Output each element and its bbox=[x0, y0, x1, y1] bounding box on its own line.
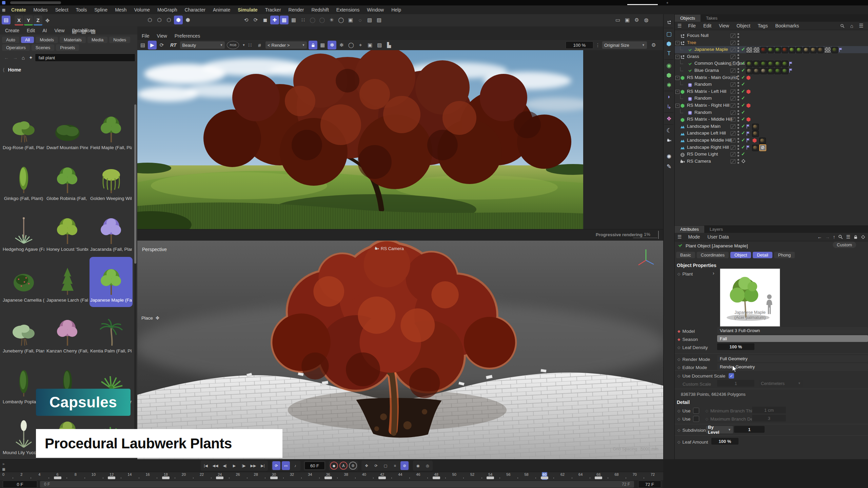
layer-edit-box[interactable] bbox=[730, 117, 736, 122]
axis-y-button[interactable]: Y bbox=[24, 16, 33, 25]
axis-z-button[interactable]: Z bbox=[34, 16, 42, 25]
filter-icon[interactable]: ☰ bbox=[846, 234, 850, 240]
expander-icon[interactable]: − bbox=[675, 76, 679, 80]
stop-tag-icon[interactable] bbox=[759, 144, 766, 151]
workplane-icon[interactable]: ▦ bbox=[280, 16, 289, 24]
asset-card-dog-rose[interactable]: Dog-Rose (Fall, Plant) bbox=[2, 104, 45, 155]
menu-simulate[interactable]: Simulate bbox=[234, 7, 261, 13]
cloner-icon[interactable]: ❖ bbox=[664, 114, 674, 123]
plant-expander-icon[interactable]: › bbox=[713, 270, 714, 276]
visibility-dots[interactable] bbox=[737, 145, 739, 150]
range-start-field[interactable]: 0 F bbox=[3, 481, 37, 488]
next-frame-button[interactable]: |▶ bbox=[240, 461, 248, 470]
material-swatch[interactable] bbox=[760, 47, 767, 53]
material-swatch[interactable] bbox=[746, 68, 753, 74]
material-swatch[interactable] bbox=[753, 68, 760, 74]
enabled-check-icon[interactable]: ✓ bbox=[741, 116, 745, 122]
material-swatch[interactable] bbox=[782, 68, 788, 74]
material-swatch[interactable] bbox=[767, 61, 774, 67]
asset-card-golden-weeping-willo[interactable]: Golden Weeping Willo... bbox=[90, 155, 133, 205]
marquee-select-icon[interactable]: ▣ bbox=[346, 16, 355, 24]
magnet-snap-icon[interactable]: ✚ bbox=[270, 16, 279, 24]
asset-card-juneberry[interactable]: Juneberry (Fall, Plant) bbox=[2, 308, 45, 358]
visibility-dots[interactable] bbox=[737, 75, 739, 80]
capsule-hex-2-icon[interactable]: ⬡ bbox=[155, 16, 164, 24]
enabled-check-icon[interactable]: ✓ bbox=[741, 151, 745, 157]
material-swatch[interactable] bbox=[782, 61, 788, 67]
menu-spline[interactable]: Spline bbox=[91, 7, 111, 13]
subdivision-mode-select[interactable]: By Level▼ bbox=[706, 426, 733, 433]
environment-icon[interactable]: ☾ bbox=[664, 126, 674, 135]
redshift-tag-icon[interactable] bbox=[746, 89, 751, 94]
layer-edit-box[interactable] bbox=[730, 96, 736, 101]
keyframe-marker[interactable] bbox=[378, 476, 386, 479]
enabled-check-icon[interactable]: ✓ bbox=[741, 81, 745, 87]
capsule-hex-4-icon[interactable]: ⬢ bbox=[174, 16, 183, 24]
asset-tab-presets[interactable]: Presets bbox=[56, 44, 79, 51]
visibility-dots[interactable] bbox=[737, 103, 739, 108]
object-row-tree[interactable]: −Tree bbox=[675, 39, 868, 46]
layer-edit-box[interactable] bbox=[730, 124, 736, 129]
asset-card-dwarf-mountain-pine[interactable]: Dwarf Mountain Pine (... bbox=[46, 104, 89, 155]
attr-menu-user-data[interactable]: User Data bbox=[704, 234, 733, 240]
asset-tab-operators[interactable]: Operators bbox=[2, 44, 30, 51]
enabled-check-icon[interactable]: ✓ bbox=[741, 95, 745, 101]
home-icon[interactable]: ⌂ bbox=[22, 55, 25, 61]
use-min-branch-checkbox[interactable] bbox=[693, 408, 699, 414]
material-swatch[interactable] bbox=[796, 47, 803, 53]
keyframe-marker[interactable] bbox=[541, 476, 548, 479]
object-name[interactable]: Landscape Left Hill bbox=[687, 130, 726, 136]
object-row-random[interactable]: Random✓ bbox=[675, 95, 868, 102]
material-swatch[interactable] bbox=[746, 47, 753, 53]
loop-playback-button[interactable]: ⟳ bbox=[272, 461, 280, 470]
menu-tracker[interactable]: Tracker bbox=[261, 7, 285, 13]
annotation-flag-icon[interactable] bbox=[746, 124, 751, 129]
object-row-rs-dome-light[interactable]: RS Dome Light✓ bbox=[675, 151, 868, 158]
volume-builder-icon[interactable]: ⬢ bbox=[664, 70, 674, 80]
record-scale-button[interactable]: ▢ bbox=[381, 461, 390, 470]
stripes-icon[interactable]: ▨ bbox=[375, 41, 384, 49]
visibility-dots[interactable] bbox=[737, 159, 739, 164]
object-row-rs-matrix-right-hill[interactable]: −RS Matrix - Right Hill✓ bbox=[675, 102, 868, 109]
layer-edit-box[interactable] bbox=[730, 159, 736, 164]
menu-mesh[interactable]: Mesh bbox=[111, 7, 130, 13]
layer-edit-box[interactable] bbox=[730, 61, 736, 66]
pv-toggle-icon[interactable]: ▨ bbox=[375, 16, 383, 24]
material-swatch[interactable] bbox=[753, 47, 760, 53]
visibility-dots[interactable] bbox=[737, 110, 739, 115]
material-swatch[interactable] bbox=[782, 47, 788, 53]
camera-target-icon[interactable] bbox=[741, 158, 746, 164]
layer-edit-box[interactable] bbox=[730, 89, 736, 94]
asset-card-japanese-larch[interactable]: Japanese Larch (Fall, Pl... bbox=[46, 257, 89, 307]
layer-edit-box[interactable] bbox=[730, 138, 736, 143]
object-row-landscape-left-hill[interactable]: Landscape Left Hill✓ bbox=[675, 130, 868, 137]
enabled-check-icon[interactable]: ✓ bbox=[741, 60, 745, 66]
keyframe-marker[interactable] bbox=[595, 476, 602, 479]
asset-tab-auto[interactable]: Auto bbox=[2, 37, 19, 43]
object-menu-edit[interactable]: Edit bbox=[699, 23, 715, 28]
visibility-dots[interactable] bbox=[737, 117, 739, 122]
search-icon[interactable] bbox=[839, 21, 845, 30]
annotation-flag-icon[interactable] bbox=[789, 68, 793, 73]
current-frame-field[interactable]: 60 F bbox=[304, 462, 325, 470]
material-swatch[interactable] bbox=[767, 47, 774, 53]
db-view-icon[interactable]: ▤ bbox=[70, 27, 79, 36]
expander-icon[interactable]: − bbox=[675, 55, 679, 59]
zoom-stepper[interactable]: ⋮ bbox=[595, 42, 600, 48]
viewport-camera-label[interactable]: RS Camera bbox=[375, 246, 404, 251]
object-row-landscape-main[interactable]: Landscape Main✓ bbox=[675, 123, 868, 130]
rgb-channel-icon[interactable]: RGB bbox=[227, 41, 239, 49]
object-name[interactable]: RS Matrix - Left Hill bbox=[687, 89, 726, 94]
smart-search-icon[interactable]: ✦ bbox=[29, 55, 33, 60]
menu-help[interactable]: Help bbox=[388, 7, 405, 13]
titlebar-plus-icon[interactable]: + bbox=[666, 1, 668, 5]
annotation-flag-icon[interactable] bbox=[789, 61, 793, 66]
timeline-mini-icon-a[interactable]: ▹ bbox=[1, 461, 6, 466]
lock-icon[interactable] bbox=[309, 41, 317, 49]
null-object-tool-icon[interactable] bbox=[664, 17, 674, 27]
tab-takes[interactable]: Takes bbox=[701, 15, 723, 22]
keyframe-marker[interactable] bbox=[324, 476, 332, 479]
object-name[interactable]: Blue Grama bbox=[694, 68, 719, 73]
attr-tab-coordinates[interactable]: Coordinates bbox=[697, 252, 729, 258]
range-end-field[interactable]: 72 F bbox=[638, 481, 661, 488]
